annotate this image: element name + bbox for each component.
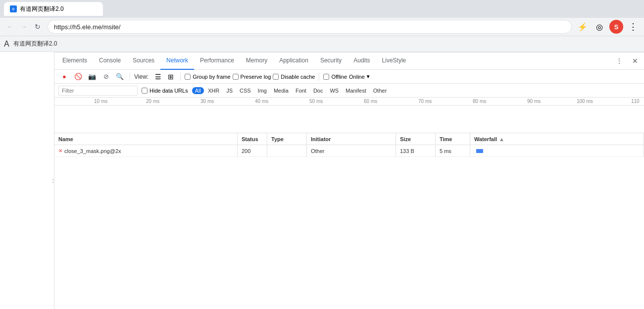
hide-data-urls-group: Hide data URLs (142, 88, 188, 94)
toolbar-divider-3 (319, 73, 319, 81)
tab-sources[interactable]: Sources (127, 52, 160, 70)
th-name[interactable]: Name (54, 133, 238, 145)
type-manifest-btn[interactable]: Manifest (343, 87, 369, 94)
devtools-panel: Elements Console Sources Network Perform… (54, 52, 644, 309)
type-media-btn[interactable]: Media (271, 87, 292, 94)
waterfall-sort-icon: ▲ (499, 136, 504, 142)
extension-btn[interactable]: ◎ (593, 20, 606, 34)
th-status-label: Status (242, 136, 258, 142)
devtools-top-actions: ⋮ ✕ (612, 54, 642, 68)
network-table: Name Status Type Initiator Size Time (54, 133, 644, 309)
type-doc-btn[interactable]: Doc (310, 87, 326, 94)
row-status: 200 (242, 148, 250, 154)
filter-bar: Hide data URLs All XHR JS CSS Img Media … (54, 84, 644, 98)
back-button[interactable]: ← (4, 21, 16, 33)
th-time[interactable]: Time (436, 133, 470, 145)
hide-data-urls-label: Hide data URLs (149, 88, 188, 94)
th-status[interactable]: Status (238, 133, 267, 145)
disable-cache-label: Disable cache (281, 74, 315, 80)
tab-performance[interactable]: Performance (194, 52, 240, 70)
th-time-label: Time (440, 136, 452, 142)
th-waterfall-label: Waterfall (474, 136, 497, 142)
group-by-frame-label: Group by frame (193, 74, 230, 80)
clear-button[interactable]: 🚫 (72, 71, 84, 83)
th-waterfall[interactable]: Waterfall ▲ (470, 133, 644, 145)
ruler-50ms: 50 ms (309, 99, 323, 104)
filter-button[interactable]: ⊘ (100, 71, 112, 83)
filter-type-buttons: All XHR JS CSS Img Media Font Doc WS Man… (192, 87, 390, 94)
devtools-close-btn[interactable]: ✕ (628, 54, 642, 68)
tab-audits[interactable]: Audits (347, 52, 376, 70)
record-button[interactable]: ● (58, 71, 70, 83)
ruler-100ms: 100 ms (577, 99, 593, 104)
type-xhr-btn[interactable]: XHR (205, 87, 222, 94)
reload-button[interactable]: ↻ (32, 21, 44, 33)
browser-chrome: e 有道网页翻译2.0 ← → ↻ ⚡ ◎ S ⋮ (0, 0, 644, 36)
search-button[interactable]: 🔍 (114, 71, 126, 83)
tab-application[interactable]: Application (273, 52, 314, 70)
th-name-label: Name (58, 136, 73, 142)
filter-input[interactable] (58, 86, 138, 96)
hide-data-urls-checkbox[interactable] (142, 88, 148, 94)
td-time: 5 ms (436, 145, 470, 156)
td-size: 133 B (396, 145, 436, 156)
forward-button[interactable]: → (18, 21, 30, 33)
td-name: ✕ close_3_mask.png@2x (54, 145, 238, 156)
td-status: 200 (238, 145, 267, 156)
type-all-btn[interactable]: All (192, 87, 204, 94)
tab-network[interactable]: Network (160, 52, 194, 70)
ruler-10ms: 10 ms (94, 99, 107, 104)
timeline-rulers: 10 ms 20 ms 30 ms 40 ms 50 ms 60 ms 70 m… (54, 98, 644, 105)
camera-button[interactable]: 📷 (86, 71, 98, 83)
ruler-90ms: 90 ms (527, 99, 541, 104)
lightning-icon-btn[interactable]: ⚡ (576, 20, 590, 34)
ruler-40ms: 40 ms (255, 99, 268, 104)
toolbar-divider-2 (180, 73, 181, 81)
resize-handle[interactable] (52, 171, 54, 191)
address-bar[interactable] (48, 20, 572, 34)
type-js-btn[interactable]: JS (223, 87, 236, 94)
tab-bar: e 有道网页翻译2.0 (0, 0, 644, 18)
ruler-30ms: 30 ms (200, 99, 214, 104)
disable-cache-checkbox[interactable] (273, 74, 279, 80)
type-font-btn[interactable]: Font (293, 87, 309, 94)
table-row[interactable]: ✕ close_3_mask.png@2x 200 Other 133 B 5 … (54, 145, 644, 157)
ruler-110ms: 110 (631, 99, 640, 104)
tab-elements[interactable]: Elements (56, 52, 93, 70)
type-css-btn[interactable]: CSS (237, 87, 254, 94)
th-initiator[interactable]: Initiator (307, 133, 396, 145)
tab-security[interactable]: Security (314, 52, 347, 70)
ruler-20ms: 20 ms (146, 99, 159, 104)
devtools-topbar: Elements Console Sources Network Perform… (54, 52, 644, 70)
row-initiator: Other (311, 148, 325, 154)
offline-label: Offline (331, 74, 347, 80)
view-list-btn[interactable]: ☰ (152, 71, 163, 82)
browser-actions: ⚡ ◎ S ⋮ (576, 20, 640, 34)
th-size[interactable]: Size (396, 133, 436, 145)
td-type (267, 145, 307, 156)
tab-livestyle[interactable]: LiveStyle (376, 52, 412, 70)
group-by-frame-checkbox[interactable] (185, 74, 191, 80)
ruler-80ms: 80 ms (473, 99, 486, 104)
devtools-more-btn[interactable]: ⋮ (612, 54, 626, 68)
preserve-log-checkbox[interactable] (233, 74, 239, 80)
tab-console[interactable]: Console (93, 52, 127, 70)
tab-memory[interactable]: Memory (240, 52, 273, 70)
online-label: Online (349, 74, 365, 80)
type-other-btn[interactable]: Other (370, 87, 390, 94)
profile-button[interactable]: S (609, 20, 623, 34)
type-ws-btn[interactable]: WS (327, 87, 342, 94)
translate-icon: A (4, 40, 9, 49)
browser-tab[interactable]: e 有道网页翻译2.0 (4, 2, 103, 16)
th-type[interactable]: Type (267, 133, 307, 145)
type-img-btn[interactable]: Img (255, 87, 270, 94)
online-dropdown-icon: ▼ (366, 74, 371, 79)
menu-button[interactable]: ⋮ (626, 20, 640, 34)
row-error-icon: ✕ (58, 148, 62, 154)
offline-checkbox[interactable] (323, 74, 329, 80)
view-grid-btn[interactable]: ⊞ (165, 71, 176, 82)
ruler-70ms: 70 ms (418, 99, 432, 104)
online-select[interactable]: Online ▼ (349, 74, 371, 80)
timeline-area: 10 ms 20 ms 30 ms 40 ms 50 ms 60 ms 70 m… (54, 98, 644, 133)
view-label: View: (134, 73, 149, 80)
